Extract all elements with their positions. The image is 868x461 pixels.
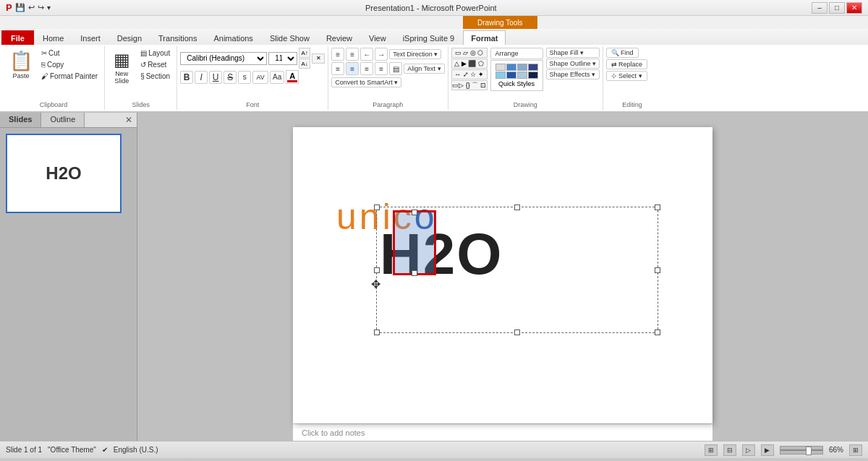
- increase-font-button[interactable]: A↑: [299, 48, 310, 58]
- strikethrough-button[interactable]: S: [224, 71, 237, 84]
- handle-br[interactable]: [655, 329, 660, 335]
- font-color-icon: A: [289, 72, 295, 80]
- clear-formatting-button[interactable]: ✕: [312, 53, 325, 64]
- tab-slideshow[interactable]: Slide Show: [262, 30, 318, 45]
- tab-review[interactable]: Review: [318, 30, 360, 45]
- font-name-selector[interactable]: Calibri (Headings): [180, 52, 267, 65]
- shape-tool-4[interactable]: ▭▷ {} ⌒ ⊡: [451, 80, 488, 90]
- tab-view[interactable]: View: [361, 30, 394, 45]
- text-shadow-button[interactable]: s: [238, 71, 251, 84]
- reset-label: Reset: [148, 61, 166, 69]
- maximize-button[interactable]: □: [829, 2, 845, 14]
- slide-sorter-button[interactable]: ⊟: [723, 444, 736, 456]
- notes-area: Click to add notes: [293, 423, 712, 441]
- clipboard-group: 📋 Paste ✂ Cut ⎘ Copy 🖌 Format Painter Cl…: [3, 46, 105, 110]
- format-painter-button[interactable]: 🖌 Format Painter: [38, 71, 101, 82]
- bullet-list-button[interactable]: ≡: [331, 48, 344, 61]
- tab-design[interactable]: Design: [109, 30, 150, 45]
- align-center-button[interactable]: ≡: [346, 62, 359, 75]
- new-slide-button[interactable]: ▦ NewSlide: [108, 48, 135, 87]
- italic-button[interactable]: I: [195, 71, 208, 84]
- find-button[interactable]: 🔍 Find: [606, 48, 639, 58]
- justify-button[interactable]: ≡: [375, 62, 388, 75]
- minimize-button[interactable]: –: [812, 2, 827, 14]
- cut-button[interactable]: ✂ Cut: [38, 48, 101, 59]
- handle-bl[interactable]: [374, 329, 380, 335]
- reading-view-button[interactable]: ▷: [742, 444, 755, 456]
- section-label: Section: [146, 72, 170, 80]
- spell-check-icon: ✔: [102, 446, 108, 454]
- tab-insert[interactable]: Insert: [72, 30, 109, 45]
- panel-close-button[interactable]: ✕: [121, 113, 137, 127]
- tab-ispring[interactable]: iSpring Suite 9: [395, 30, 463, 45]
- shape-tool-2[interactable]: △ ▶ ⬛ ⬠: [451, 59, 488, 69]
- decrease-font-button[interactable]: A↓: [299, 59, 310, 69]
- zoom-slider[interactable]: [780, 446, 823, 454]
- shape-outline-button[interactable]: Shape Outline ▾: [546, 59, 600, 69]
- title-bar-icons: P 💾 ↩ ↪ ▾: [6, 2, 51, 13]
- tab-home[interactable]: Home: [35, 30, 72, 45]
- tab-transitions[interactable]: Transitions: [150, 30, 205, 45]
- paste-button[interactable]: 📋 Paste: [6, 48, 36, 82]
- align-left-button[interactable]: ≡: [331, 62, 344, 75]
- zoom-thumb[interactable]: [806, 447, 812, 455]
- quick-styles-button[interactable]: Quick Styles: [490, 60, 543, 91]
- editing-label: Editing: [603, 101, 661, 108]
- handle-tr[interactable]: [655, 204, 660, 210]
- select-button[interactable]: ⊹ Select ▾: [606, 71, 647, 81]
- slides-tab[interactable]: Slides: [0, 113, 41, 127]
- font-label: Font: [177, 101, 328, 108]
- char-spacing-button[interactable]: AV: [252, 71, 268, 84]
- app-icon: P: [6, 2, 12, 13]
- increase-indent-button[interactable]: →: [375, 48, 388, 61]
- arrange-button[interactable]: Arrange: [490, 48, 543, 59]
- align-right-button[interactable]: ≡: [360, 62, 373, 75]
- bold-button[interactable]: B: [180, 71, 193, 84]
- copy-button[interactable]: ⎘ Copy: [38, 59, 101, 70]
- close-button[interactable]: ✕: [846, 2, 862, 14]
- slideshow-view-button[interactable]: ▶: [761, 444, 774, 456]
- outline-tab[interactable]: Outline: [41, 113, 85, 127]
- font-group: Calibri (Headings) 115 A↑ A↓ ✕ B I U S s…: [177, 46, 328, 110]
- decrease-indent-button[interactable]: ←: [360, 48, 373, 61]
- replace-icon: ⇄: [611, 61, 617, 68]
- tab-animations[interactable]: Animations: [205, 30, 260, 45]
- h2o-2: 2: [423, 222, 457, 286]
- status-bar-right: ⊞ ⊟ ▷ ▶ 66% ⊞: [705, 444, 862, 456]
- shape-effects-button[interactable]: Shape Effects ▾: [546, 69, 600, 79]
- change-case-button[interactable]: Aa: [270, 71, 284, 84]
- slides-small-btns: ▤ Layout ↺ Reset § Section: [137, 48, 174, 82]
- shape-fill-button[interactable]: Shape Fill ▾: [546, 48, 600, 58]
- shape-tool-1[interactable]: ▭ ▱ ◎ ⬡: [451, 48, 488, 58]
- quick-access-undo[interactable]: ↩: [28, 3, 35, 12]
- select-icon: ⊹: [611, 72, 617, 79]
- layout-button[interactable]: ▤ Layout: [137, 48, 174, 59]
- handle-ml[interactable]: [374, 267, 380, 273]
- handle-tc[interactable]: [514, 204, 520, 210]
- convert-smartart-button[interactable]: Convert to SmartArt ▾: [331, 77, 401, 87]
- handle-bc[interactable]: [514, 329, 520, 335]
- align-text-button[interactable]: Align Text ▾: [404, 64, 444, 74]
- shape-tool-3[interactable]: ↔ ⤢ ☆ ✦: [451, 69, 488, 79]
- tab-file[interactable]: File: [1, 30, 34, 45]
- shape-effects-col: Shape Fill ▾ Shape Outline ▾ Shape Effec…: [546, 48, 600, 79]
- section-button[interactable]: § Section: [137, 71, 174, 82]
- quick-access-save[interactable]: 💾: [15, 3, 25, 12]
- normal-view-button[interactable]: ⊞: [705, 444, 718, 456]
- font-color-button[interactable]: A: [286, 70, 299, 84]
- slide-thumbnail-1[interactable]: H2O: [6, 134, 122, 213]
- cut-label: Cut: [48, 49, 60, 57]
- numbered-list-button[interactable]: ≡: [346, 48, 359, 61]
- reset-button[interactable]: ↺ Reset: [137, 59, 174, 70]
- zoom-fit-button[interactable]: ⊞: [849, 444, 862, 456]
- notes-placeholder[interactable]: Click to add notes: [293, 423, 712, 441]
- handle-mr[interactable]: [655, 267, 660, 273]
- underline-button[interactable]: U: [209, 71, 222, 84]
- quick-access-redo[interactable]: ↪: [38, 3, 44, 12]
- font-size-selector[interactable]: 115: [268, 52, 297, 65]
- replace-button[interactable]: ⇄ Replace: [606, 59, 647, 69]
- text-direction-button[interactable]: Text Direction ▾: [389, 49, 441, 59]
- columns-button[interactable]: ▤: [389, 62, 402, 75]
- slide-canvas[interactable]: unico H2O: [293, 127, 712, 423]
- tab-format[interactable]: Format: [463, 30, 506, 45]
